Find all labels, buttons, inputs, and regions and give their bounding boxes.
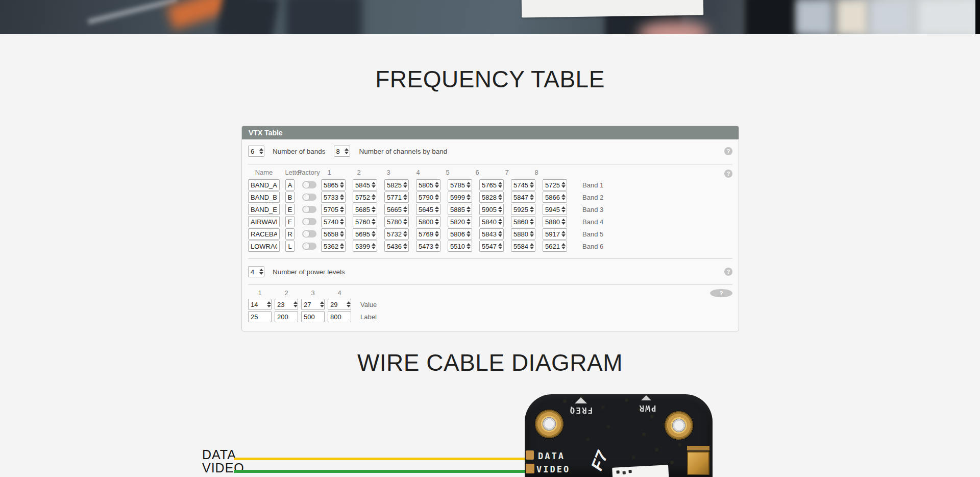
frequency-input[interactable]: [322, 180, 338, 190]
band-letter-input[interactable]: [285, 179, 295, 190]
stepper-arrows[interactable]: [465, 204, 472, 214]
stepper-arrows[interactable]: [560, 192, 567, 202]
frequency-input[interactable]: [511, 192, 528, 202]
frequency-stepper[interactable]: [353, 192, 377, 203]
frequency-stepper[interactable]: [448, 216, 472, 227]
frequency-stepper[interactable]: [353, 179, 377, 190]
frequency-stepper[interactable]: [448, 192, 472, 203]
frequency-input[interactable]: [416, 180, 433, 190]
frequency-input[interactable]: [543, 217, 560, 227]
frequency-input[interactable]: [385, 192, 402, 202]
frequency-input[interactable]: [385, 217, 402, 227]
help-icon[interactable]: ?: [724, 170, 732, 178]
frequency-input[interactable]: [448, 204, 465, 214]
frequency-input[interactable]: [480, 192, 497, 202]
frequency-input[interactable]: [416, 229, 433, 239]
frequency-input[interactable]: [385, 241, 402, 251]
stepper-arrows[interactable]: [402, 180, 408, 190]
stepper-arrows[interactable]: [560, 217, 567, 227]
frequency-input[interactable]: [480, 241, 497, 251]
band-letter-input[interactable]: [285, 192, 295, 203]
stepper-arrows[interactable]: [528, 204, 535, 214]
stepper-arrows[interactable]: [338, 180, 345, 190]
power-value-input[interactable]: [249, 299, 266, 309]
frequency-input[interactable]: [543, 241, 560, 251]
band-name-input[interactable]: [248, 216, 280, 227]
stepper-arrows[interactable]: [465, 192, 472, 202]
stepper-arrows[interactable]: [433, 217, 440, 227]
stepper-arrows[interactable]: [497, 204, 503, 214]
frequency-stepper[interactable]: [416, 179, 440, 190]
frequency-input[interactable]: [353, 217, 370, 227]
frequency-stepper[interactable]: [384, 216, 409, 227]
frequency-input[interactable]: [511, 241, 528, 251]
channels-count-input[interactable]: [334, 146, 344, 156]
stepper-arrows[interactable]: [402, 217, 408, 227]
help-icon[interactable]: ?: [710, 289, 732, 297]
frequency-input[interactable]: [385, 204, 402, 214]
stepper-arrows[interactable]: [258, 267, 264, 277]
frequency-input[interactable]: [322, 241, 338, 251]
stepper-arrows[interactable]: [497, 217, 503, 227]
factory-toggle[interactable]: [302, 194, 316, 201]
stepper-arrows[interactable]: [370, 241, 377, 251]
frequency-input[interactable]: [385, 229, 402, 239]
frequency-stepper[interactable]: [321, 192, 346, 203]
power-value-input[interactable]: [275, 299, 293, 309]
frequency-input[interactable]: [448, 180, 465, 190]
frequency-stepper[interactable]: [416, 228, 440, 240]
stepper-arrows[interactable]: [497, 229, 503, 239]
frequency-stepper[interactable]: [543, 228, 567, 240]
stepper-arrows[interactable]: [433, 192, 440, 202]
frequency-stepper[interactable]: [384, 192, 409, 203]
frequency-stepper[interactable]: [416, 216, 440, 227]
frequency-input[interactable]: [353, 241, 370, 251]
frequency-input[interactable]: [416, 217, 433, 227]
frequency-stepper[interactable]: [511, 216, 535, 227]
frequency-input[interactable]: [480, 229, 497, 239]
power-label-input[interactable]: [248, 311, 272, 322]
frequency-stepper[interactable]: [479, 228, 504, 240]
frequency-input[interactable]: [448, 229, 465, 239]
stepper-arrows[interactable]: [293, 299, 298, 309]
frequency-input[interactable]: [511, 217, 528, 227]
power-value-input[interactable]: [328, 299, 346, 309]
band-name-input[interactable]: [248, 179, 280, 190]
frequency-input[interactable]: [543, 204, 560, 214]
frequency-stepper[interactable]: [511, 192, 535, 203]
band-letter-input[interactable]: [285, 228, 295, 240]
frequency-stepper[interactable]: [543, 204, 567, 215]
frequency-stepper[interactable]: [448, 228, 472, 240]
frequency-stepper[interactable]: [479, 204, 504, 215]
help-icon[interactable]: ?: [724, 268, 732, 276]
frequency-stepper[interactable]: [321, 228, 346, 240]
frequency-input[interactable]: [416, 241, 433, 251]
frequency-input[interactable]: [416, 192, 433, 202]
band-name-input[interactable]: [248, 228, 280, 240]
frequency-stepper[interactable]: [416, 241, 440, 252]
frequency-stepper[interactable]: [511, 204, 535, 215]
power-label-input[interactable]: [301, 311, 325, 322]
frequency-input[interactable]: [322, 204, 338, 214]
stepper-arrows[interactable]: [258, 146, 264, 156]
frequency-input[interactable]: [322, 192, 338, 202]
stepper-arrows[interactable]: [370, 217, 377, 227]
frequency-stepper[interactable]: [543, 192, 567, 203]
frequency-stepper[interactable]: [353, 228, 377, 240]
stepper-arrows[interactable]: [370, 192, 377, 202]
stepper-arrows[interactable]: [344, 146, 350, 156]
power-count-stepper[interactable]: [248, 266, 264, 277]
frequency-input[interactable]: [511, 204, 528, 214]
frequency-stepper[interactable]: [448, 179, 472, 190]
stepper-arrows[interactable]: [402, 192, 408, 202]
frequency-stepper[interactable]: [479, 216, 504, 227]
stepper-arrows[interactable]: [560, 241, 567, 251]
stepper-arrows[interactable]: [433, 204, 440, 214]
stepper-arrows[interactable]: [497, 241, 503, 251]
frequency-input[interactable]: [416, 204, 433, 214]
frequency-input[interactable]: [543, 192, 560, 202]
frequency-input[interactable]: [480, 204, 497, 214]
band-name-input[interactable]: [248, 204, 280, 215]
frequency-input[interactable]: [511, 180, 528, 190]
stepper-arrows[interactable]: [402, 241, 408, 251]
